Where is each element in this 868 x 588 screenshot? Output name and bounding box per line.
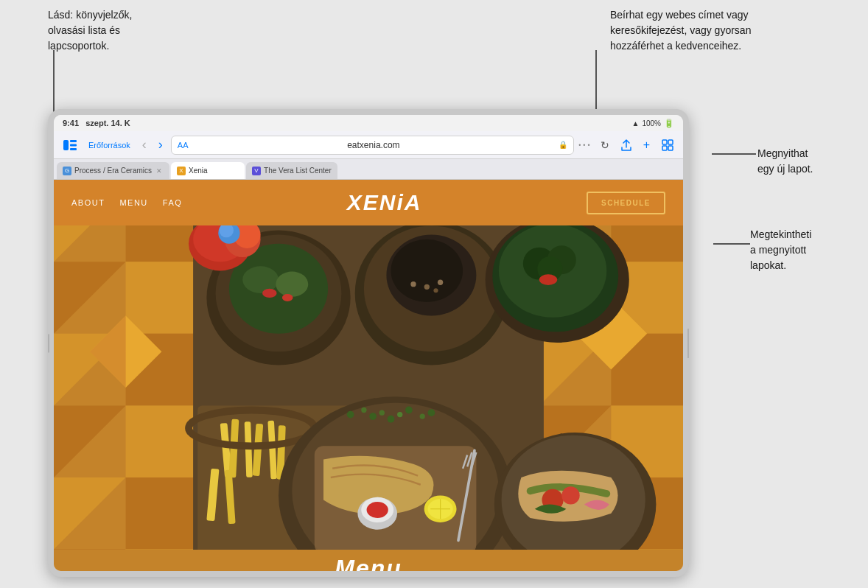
svg-point-53 (433, 288, 438, 293)
ipad-screen: 9:41 szept. 14. K ▲ 100% 🔋 (54, 115, 683, 571)
address-bar[interactable]: AA eatxenia.com 🔒 (171, 136, 574, 155)
sidebar-button[interactable] (60, 138, 80, 153)
tab-process-era[interactable]: G Process / Era Ceramics ✕ (57, 162, 169, 179)
share-icon (621, 139, 631, 151)
sidebar-icon (63, 140, 77, 150)
status-time: 9:41 szept. 14. K (63, 119, 130, 127)
svg-rect-6 (662, 146, 667, 150)
svg-point-45 (282, 294, 293, 301)
browser-toolbar: Erőforrások ‹ › AA eatxenia.com 🔒 ••• ↻ (54, 131, 683, 159)
ipad-frame: 9:41 szept. 14. K ▲ 100% 🔋 (48, 109, 689, 577)
annotation-tabs-view: Megtekintheti a megnyitott lapokat. (750, 227, 853, 273)
tab-bar: G Process / Era Ceramics ✕ X Xenia V The… (54, 159, 683, 180)
svg-marker-18 (126, 405, 198, 477)
svg-point-95 (388, 416, 395, 423)
callout-line-newtab (712, 153, 756, 155)
svg-rect-7 (668, 146, 673, 150)
svg-point-98 (420, 413, 425, 419)
reader-view-button[interactable]: AA (178, 141, 189, 150)
nav-about[interactable]: ABOUT (71, 198, 105, 207)
svg-rect-5 (668, 140, 673, 144)
schedule-button[interactable]: SCHEDULE (587, 192, 665, 214)
svg-point-76 (367, 502, 388, 518)
hero-svg (54, 225, 683, 550)
ipad-left-button (48, 334, 49, 352)
svg-point-42 (242, 266, 279, 293)
svg-rect-2 (70, 144, 77, 146)
svg-point-92 (361, 407, 366, 413)
svg-point-99 (428, 409, 435, 416)
web-content: ABOUT MENU FAQ XENiA SCHEDULE (54, 180, 683, 571)
new-tab-button[interactable]: + (640, 136, 654, 154)
battery-full-icon: 🔋 (664, 119, 674, 128)
tab-title-3: The Vera List Center (264, 167, 332, 175)
refresh-button[interactable]: ↻ (597, 137, 613, 153)
status-indicators: ▲ 100% 🔋 (632, 119, 674, 128)
svg-point-96 (397, 412, 402, 417)
status-bar: 9:41 szept. 14. K ▲ 100% 🔋 (54, 115, 683, 131)
annotation-bookmarks: Lásd: könyvjelzők, olvasási lista és lap… (48, 7, 181, 54)
svg-rect-3 (70, 148, 77, 150)
svg-point-51 (424, 284, 430, 290)
back-button[interactable]: ‹ (139, 135, 150, 155)
lock-icon: 🔒 (559, 141, 567, 149)
site-bottom-text: Menu (54, 550, 683, 571)
battery-icon: 100% (642, 119, 661, 127)
forward-button[interactable]: › (155, 135, 167, 155)
callout-line-tabs (713, 243, 750, 245)
ipad-home-button[interactable] (687, 329, 689, 358)
svg-point-84 (561, 486, 579, 504)
svg-point-94 (379, 410, 385, 416)
callout-line-left-v (53, 50, 55, 115)
tab-title-1: Process / Era Ceramics (74, 167, 152, 175)
svg-point-43 (276, 272, 308, 297)
tab-xenia[interactable]: X Xenia (171, 162, 245, 179)
wifi-icon: ▲ (632, 119, 640, 127)
resources-label: Erőforrások (85, 139, 134, 152)
annotation-new-tab: Megnyithat egy új lapot. (757, 146, 853, 177)
svg-point-44 (262, 289, 277, 298)
svg-point-93 (369, 413, 377, 420)
tab-close-1[interactable]: ✕ (155, 167, 164, 175)
nav-faq[interactable]: FAQ (163, 198, 183, 207)
svg-point-91 (347, 411, 354, 419)
tab-vera-list[interactable]: V The Vera List Center (246, 162, 337, 179)
svg-point-60 (539, 274, 557, 285)
site-nav: ABOUT MENU FAQ XENiA SCHEDULE (54, 180, 683, 225)
svg-point-97 (405, 407, 413, 414)
nav-menu[interactable]: MENU (119, 198, 147, 207)
svg-rect-0 (63, 140, 69, 150)
url-display: eatxenia.com (192, 140, 556, 150)
site-logo: XENiA (182, 190, 587, 215)
svg-point-49 (391, 239, 463, 302)
svg-marker-20 (126, 477, 198, 550)
svg-rect-4 (662, 140, 667, 144)
svg-marker-14 (126, 262, 198, 334)
svg-point-52 (438, 280, 443, 285)
annotation-address-bar: Beírhat egy webes címet vagy keresőkifej… (610, 7, 772, 54)
tab-title-2: Xenia (189, 167, 239, 175)
share-button[interactable] (617, 137, 635, 153)
site-hero-image (54, 225, 683, 550)
tab-favicon-3: V (252, 167, 261, 175)
tab-favicon-2: X (177, 167, 186, 175)
tab-overview-button[interactable] (658, 137, 677, 153)
toolbar-more-dots: ••• (578, 141, 592, 149)
tab-overview-icon (662, 139, 673, 151)
tab-favicon-1: G (63, 167, 71, 175)
svg-point-50 (410, 281, 416, 287)
site-nav-links: ABOUT MENU FAQ (71, 198, 182, 207)
svg-marker-12 (126, 225, 198, 262)
svg-rect-1 (70, 140, 77, 142)
